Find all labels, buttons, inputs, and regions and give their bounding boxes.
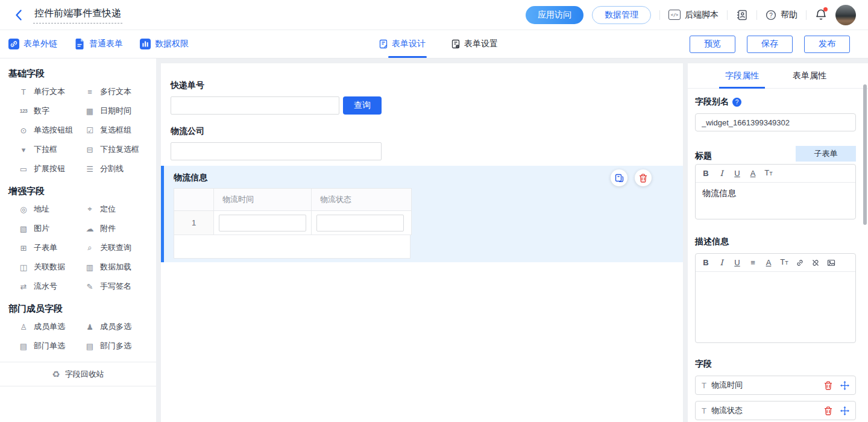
font-size-button[interactable]: TT <box>761 165 776 182</box>
sidebar-item-checkbox-group[interactable]: ☑复选框组 <box>84 121 151 140</box>
insert-link-button[interactable] <box>792 259 808 267</box>
alias-help-icon[interactable]: ? <box>732 98 741 107</box>
sidebar-item-extend-button[interactable]: ▭扩展按钮 <box>18 159 84 178</box>
item-label: 成员单选 <box>34 321 65 332</box>
sidebar-item-linked-query[interactable]: ⌕关联查询 <box>84 238 151 257</box>
sidebar-item-subform[interactable]: ⊞子表单 <box>18 238 84 257</box>
user-avatar[interactable] <box>835 5 856 25</box>
subform-cell-input-time[interactable] <box>219 215 306 231</box>
subform-cell-input-status[interactable] <box>316 215 404 231</box>
app-access-button[interactable]: 应用访问 <box>526 6 583 24</box>
sidebar-item-multi-line-text[interactable]: ≡多行文本 <box>84 82 151 101</box>
subform-footer-area <box>174 235 410 259</box>
sidebar-item-member-single[interactable]: ♙成员单选 <box>18 317 84 336</box>
tab-form-settings[interactable]: 表单设置 <box>451 30 498 58</box>
field-recycle-bin-button[interactable]: ♻ 字段回收站 <box>0 362 156 386</box>
item-label: 关联查询 <box>100 242 131 253</box>
subform-field-row-status[interactable]: T 物流状态 <box>695 401 856 420</box>
insert-image-button[interactable] <box>823 259 839 267</box>
trash-icon <box>824 406 832 415</box>
sidebar-item-select[interactable]: ▾下拉框 <box>18 140 84 159</box>
sidebar-item-member-multi[interactable]: ♟成员多选 <box>84 317 151 336</box>
sidebar-item-number[interactable]: 123数字 <box>18 101 84 121</box>
sidebar-item-image[interactable]: ▧图片 <box>18 219 84 238</box>
form-external-link-button[interactable]: 表单外链 <box>8 39 57 49</box>
form-canvas[interactable]: 快递单号 查询 物流公司 物流信息 <box>161 63 683 422</box>
subform-field-row-time[interactable]: T 物流时间 <box>695 376 856 395</box>
italic-button[interactable]: I <box>714 165 729 182</box>
delete-field-button[interactable] <box>824 381 832 390</box>
item-label: 数字 <box>34 106 49 116</box>
sidebar-item-multi-select[interactable]: ⊟下拉复选框 <box>84 140 151 159</box>
notification-bell[interactable] <box>815 8 827 21</box>
sidebar-item-data-load[interactable]: ▥数据加载 <box>84 257 151 277</box>
font-color-button[interactable]: A <box>745 165 761 182</box>
description-editor-content[interactable] <box>696 272 855 342</box>
sidebar-item-serial-number[interactable]: ⇄流水号 <box>18 277 84 296</box>
copy-widget-button[interactable] <box>611 169 627 186</box>
data-permission-button[interactable]: 数据权限 <box>140 39 189 49</box>
delete-widget-button[interactable] <box>635 169 652 186</box>
align-button[interactable]: ≡ <box>745 254 761 271</box>
sidebar-item-divider[interactable]: ☰分割线 <box>84 159 151 178</box>
subform-column-header: 物流状态 <box>312 189 412 211</box>
font-color-button[interactable]: A <box>761 254 776 271</box>
underline-button[interactable]: U <box>729 165 745 182</box>
multiselect-icon: ⊟ <box>84 145 95 154</box>
alias-input[interactable] <box>695 113 856 131</box>
sidebar-item-attachment[interactable]: ☁附件 <box>84 219 151 238</box>
item-label: 图片 <box>34 223 49 234</box>
help-button[interactable]: ? 帮助 <box>766 10 797 20</box>
divider <box>727 10 728 20</box>
tab-field-properties[interactable]: 字段属性 <box>725 63 759 88</box>
panel-scrollbar[interactable] <box>863 84 867 225</box>
divider <box>806 10 807 20</box>
data-manage-button[interactable]: 数据管理 <box>592 6 651 24</box>
sidebar-item-single-line-text[interactable]: T单行文本 <box>18 82 84 101</box>
alias-label: 字段别名 <box>695 96 729 107</box>
tab-form-design[interactable]: 表单设计 <box>379 30 426 58</box>
tab-form-properties[interactable]: 表单属性 <box>793 63 826 88</box>
select-icon: ▾ <box>18 145 29 154</box>
preview-button[interactable]: 预览 <box>690 36 735 53</box>
sidebar-item-location[interactable]: ⌖定位 <box>84 200 151 219</box>
italic-button[interactable]: I <box>714 254 729 271</box>
underline-button[interactable]: U <box>729 254 745 271</box>
move-field-handle[interactable] <box>840 406 849 415</box>
express-number-input[interactable] <box>171 96 339 115</box>
field-logistics-company[interactable]: 物流公司 <box>161 126 683 160</box>
delete-field-button[interactable] <box>824 406 832 415</box>
subform-row: 1 <box>174 211 412 235</box>
normal-form-button[interactable]: 普通表单 <box>74 39 123 49</box>
field-express-number[interactable]: 快递单号 查询 <box>161 80 683 115</box>
remove-link-button[interactable] <box>808 259 823 267</box>
trash-icon <box>639 174 647 183</box>
logistics-company-input[interactable] <box>171 142 382 160</box>
back-button[interactable] <box>14 9 22 21</box>
divider-icon: ☰ <box>84 165 95 174</box>
save-button[interactable]: 保存 <box>747 36 793 53</box>
font-size-button[interactable]: TT <box>776 254 792 271</box>
page-title[interactable]: 控件前端事件查快递 <box>33 6 122 24</box>
sidebar-item-dept-single[interactable]: ▤部门单选 <box>18 336 84 356</box>
backend-script-button[interactable]: </> 后端脚本 <box>668 10 719 20</box>
title-editor-content[interactable]: 物流信息 <box>696 183 855 219</box>
move-field-handle[interactable] <box>840 381 849 390</box>
bold-button[interactable]: B <box>698 165 714 182</box>
sidebar-item-datetime[interactable]: ▦日期时间 <box>84 101 151 121</box>
section-title-basic-fields: 基础字段 <box>0 68 156 80</box>
query-button[interactable]: 查询 <box>343 96 382 115</box>
bold-button[interactable]: B <box>698 254 714 271</box>
sidebar-item-linked-data[interactable]: ◫关联数据 <box>18 257 84 277</box>
sidebar-item-radio-group[interactable]: ⊙单选按钮组 <box>18 121 84 140</box>
contacts-button[interactable] <box>736 9 748 21</box>
field-label: 快递单号 <box>171 80 683 90</box>
sidebar-item-signature[interactable]: ✎手写签名 <box>84 277 151 296</box>
tab-form-design-label: 表单设计 <box>392 39 426 49</box>
recycle-icon: ♻ <box>52 369 60 380</box>
sidebar-item-dept-multi[interactable]: ▤部门多选 <box>84 336 151 356</box>
subform-widget-selected[interactable]: 物流信息 物流时间 物流状态 1 <box>161 166 683 262</box>
publish-button[interactable]: 发布 <box>804 36 850 53</box>
people-icon: ♟ <box>84 323 95 332</box>
sidebar-item-address[interactable]: ◎地址 <box>18 200 84 219</box>
